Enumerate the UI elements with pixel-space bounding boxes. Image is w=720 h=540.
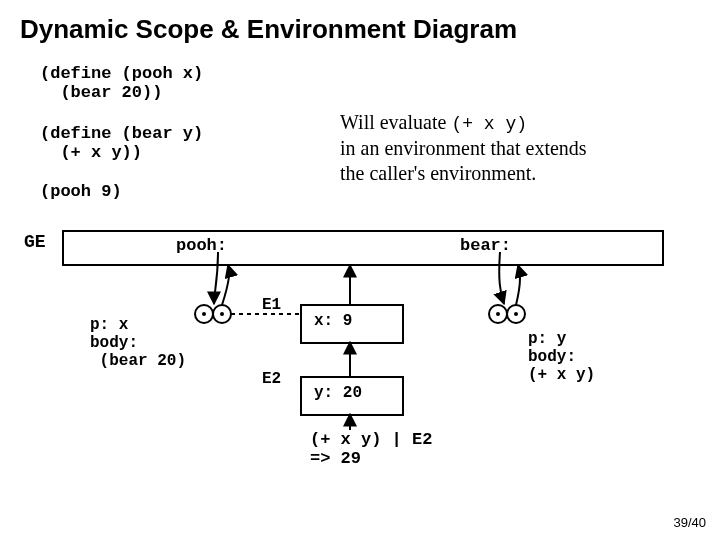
svg-point-6 — [496, 312, 500, 316]
svg-point-0 — [195, 305, 213, 323]
ge-box — [62, 230, 664, 266]
e1-label: E1 — [262, 296, 281, 314]
svg-point-7 — [514, 312, 518, 316]
explain-line1-prefix: Will evaluate — [340, 111, 451, 133]
svg-point-3 — [220, 312, 224, 316]
code-define-pooh: (define (pooh x) (bear 20)) — [40, 64, 203, 102]
e1-content: x: 9 — [314, 312, 352, 330]
svg-point-5 — [507, 305, 525, 323]
slide: Dynamic Scope & Environment Diagram (def… — [0, 0, 720, 540]
bear-closure-detail: p: y body: (+ x y) — [528, 330, 595, 384]
explain-line2: in an environment that extends — [340, 137, 587, 159]
svg-point-1 — [213, 305, 231, 323]
evaluation-result: (+ x y) | E2 => 29 — [310, 430, 432, 468]
ge-label: GE — [24, 232, 46, 252]
svg-point-2 — [202, 312, 206, 316]
slide-title: Dynamic Scope & Environment Diagram — [20, 14, 517, 45]
pooh-label: pooh: — [176, 236, 227, 255]
pooh-closure-detail: p: x body: (bear 20) — [90, 316, 186, 370]
e2-label: E2 — [262, 370, 281, 388]
explanation-text: Will evaluate (+ x y) in an environment … — [340, 110, 587, 186]
explain-line1-code: (+ x y) — [451, 114, 527, 134]
e2-content: y: 20 — [314, 384, 362, 402]
bear-label: bear: — [460, 236, 511, 255]
code-define-bear: (define (bear y) (+ x y)) — [40, 124, 203, 162]
code-call-pooh: (pooh 9) — [40, 182, 122, 201]
page-number: 39/40 — [673, 515, 706, 530]
svg-point-4 — [489, 305, 507, 323]
explain-line3: the caller's environment. — [340, 162, 536, 184]
